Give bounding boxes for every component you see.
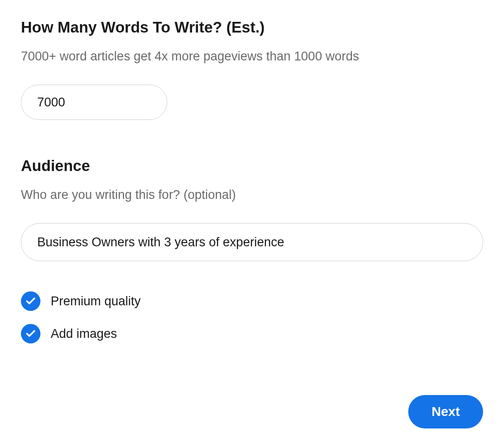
audience-section-subtitle: Who are you writing this for? (optional) [21, 188, 483, 202]
words-section-subtitle: 7000+ word articles get 4x more pageview… [21, 49, 483, 64]
add-images-checkbox[interactable]: Add images [21, 324, 483, 343]
words-input[interactable] [21, 85, 167, 120]
add-images-label: Add images [51, 327, 117, 341]
premium-quality-checkbox[interactable]: Premium quality [21, 291, 483, 311]
words-section: How Many Words To Write? (Est.) 7000+ wo… [21, 19, 483, 120]
audience-section: Audience Who are you writing this for? (… [21, 157, 483, 343]
premium-quality-label: Premium quality [51, 294, 141, 309]
next-button[interactable]: Next [408, 395, 483, 428]
check-icon [21, 324, 40, 343]
check-icon [21, 291, 40, 311]
audience-section-title: Audience [21, 157, 483, 175]
words-section-title: How Many Words To Write? (Est.) [21, 19, 483, 36]
audience-input[interactable] [21, 223, 483, 261]
options-group: Premium quality Add images [21, 291, 483, 343]
